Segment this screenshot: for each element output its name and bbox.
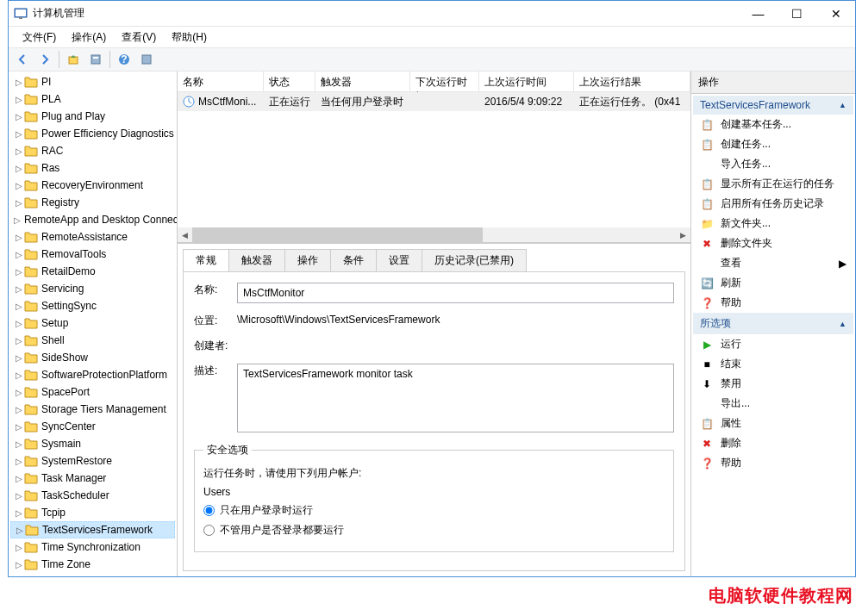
- expand-icon[interactable]: ▷: [14, 78, 24, 87]
- minimize-button[interactable]: —: [739, 1, 778, 26]
- action-item[interactable]: 📁新文件夹...: [693, 214, 853, 233]
- action-item[interactable]: 🔄刷新: [693, 273, 853, 293]
- task-row[interactable]: MsCtfMoni... 正在运行 当任何用户登录时 2016/5/4 9:09…: [178, 92, 690, 111]
- tree-item[interactable]: ▷RemovalTools: [10, 246, 175, 263]
- action-item[interactable]: ▶运行: [693, 334, 853, 354]
- action-item[interactable]: 导出...: [693, 394, 853, 414]
- expand-icon[interactable]: ▷: [14, 319, 24, 328]
- radio-logged-on[interactable]: [203, 505, 215, 516]
- tree-item[interactable]: ▷Tcpip: [10, 504, 175, 521]
- expand-icon[interactable]: ▷: [14, 112, 24, 121]
- action-item[interactable]: 📋启用所有任务历史记录: [693, 194, 853, 214]
- tree-item[interactable]: ▷Sysmain: [10, 435, 175, 452]
- tree-item[interactable]: ▷SideShow: [10, 349, 175, 366]
- action-item[interactable]: ⬇禁用: [693, 374, 853, 394]
- tree-item[interactable]: ▷SettingSync: [10, 297, 175, 314]
- tree-item[interactable]: ▷RemoteAssistance: [10, 228, 175, 246]
- expand-icon[interactable]: ▷: [14, 474, 24, 483]
- action-item[interactable]: ✖删除文件夹: [693, 233, 853, 253]
- col-triggers[interactable]: 触发器: [315, 72, 410, 91]
- tree-item[interactable]: ▷Plug and Play: [10, 108, 175, 125]
- tree-item[interactable]: ▷TaskScheduler: [10, 487, 175, 504]
- tree-item[interactable]: ▷SoftwareProtectionPlatform: [10, 366, 175, 383]
- action-item[interactable]: ■结束: [693, 354, 853, 374]
- action-section-title-2[interactable]: 所选项▲: [693, 313, 853, 334]
- expand-icon[interactable]: ▷: [14, 457, 24, 466]
- expand-icon[interactable]: ▷: [14, 370, 24, 380]
- menu-help[interactable]: 帮助(H): [165, 28, 214, 47]
- col-name[interactable]: 名称: [178, 72, 264, 91]
- expand-icon[interactable]: ▷: [14, 181, 24, 190]
- col-lastrun[interactable]: 上次运行时间: [479, 72, 574, 91]
- tree-item[interactable]: ▷SyncCenter: [10, 418, 175, 435]
- expand-icon[interactable]: ▷: [14, 198, 24, 208]
- tree-item[interactable]: ▷RAC: [10, 142, 175, 159]
- tree-item[interactable]: ▷Registry: [10, 194, 175, 211]
- menu-view[interactable]: 查看(V): [115, 28, 163, 47]
- expand-icon[interactable]: ▷: [14, 233, 24, 242]
- tab-general[interactable]: 常规: [183, 249, 229, 271]
- action-item[interactable]: ❓帮助: [693, 453, 853, 473]
- expand-icon[interactable]: ▷: [14, 508, 24, 518]
- tab-settings[interactable]: 设置: [376, 249, 422, 271]
- expand-icon[interactable]: ▷: [14, 388, 24, 397]
- tree-item[interactable]: ▷Servicing: [10, 280, 175, 297]
- tab-triggers[interactable]: 触发器: [228, 249, 285, 271]
- expand-icon[interactable]: ▷: [14, 491, 24, 501]
- forward-button[interactable]: [34, 49, 55, 70]
- action-item[interactable]: 📋显示所有正在运行的任务: [693, 174, 853, 194]
- field-description[interactable]: TextServicesFramework monitor task: [237, 364, 674, 432]
- expand-icon[interactable]: ▷: [14, 129, 24, 139]
- expand-icon[interactable]: ▷: [14, 284, 24, 294]
- help-button[interactable]: ?: [114, 49, 134, 70]
- tree-item[interactable]: ▷TextServicesFramework: [10, 521, 175, 538]
- action-item[interactable]: 📋属性: [693, 414, 853, 433]
- properties-button[interactable]: [85, 49, 106, 70]
- expand-icon[interactable]: ▷: [14, 560, 24, 569]
- action-item[interactable]: 查看▶: [693, 253, 853, 273]
- tab-actions[interactable]: 操作: [284, 249, 331, 271]
- tree-item[interactable]: ▷Power Efficiency Diagnostics: [10, 125, 175, 142]
- expand-icon[interactable]: ▷: [14, 250, 24, 259]
- action-section-title[interactable]: TextServicesFramework▲: [693, 96, 853, 115]
- action-item[interactable]: 📋创建基本任务...: [693, 115, 853, 134]
- tree-item[interactable]: ▷SystemRestore: [10, 452, 175, 470]
- action-item[interactable]: 📋创建任务...: [693, 134, 853, 154]
- up-button[interactable]: [63, 49, 84, 70]
- expand-icon[interactable]: ▷: [14, 439, 24, 449]
- tree-item[interactable]: ▷Task Manager: [10, 470, 175, 487]
- expand-icon[interactable]: ▷: [14, 302, 24, 311]
- action-item[interactable]: ✖删除: [693, 433, 853, 453]
- maximize-button[interactable]: ☐: [778, 1, 816, 26]
- tree-item[interactable]: ▷Ras: [10, 159, 175, 177]
- tab-conditions[interactable]: 条件: [330, 249, 377, 271]
- col-lastresult[interactable]: 上次运行结果: [574, 72, 690, 91]
- close-button[interactable]: ✕: [816, 1, 855, 26]
- radio-any[interactable]: [203, 525, 215, 536]
- expand-icon[interactable]: ▷: [14, 215, 21, 225]
- tree-item[interactable]: ▷RemoteApp and Desktop Connections: [10, 211, 175, 228]
- tree-item[interactable]: ▷Setup: [10, 314, 175, 332]
- horizontal-scrollbar[interactable]: ◀▶: [178, 227, 690, 242]
- tree-item[interactable]: ▷PLA: [10, 90, 175, 108]
- tree-item[interactable]: ▷Time Zone: [10, 556, 175, 573]
- tree-item[interactable]: ▷Storage Tiers Management: [10, 401, 175, 418]
- tab-history[interactable]: 历史记录(已禁用): [422, 249, 527, 271]
- tree-item[interactable]: ▷PI: [10, 73, 175, 90]
- view-button[interactable]: [136, 49, 157, 70]
- tree-item[interactable]: ▷RetailDemo: [10, 263, 175, 280]
- expand-icon[interactable]: ▷: [14, 267, 24, 277]
- field-name[interactable]: MsCtfMonitor: [237, 283, 674, 303]
- tree-item[interactable]: ▷Shell: [10, 332, 175, 349]
- expand-icon[interactable]: ▷: [14, 336, 24, 345]
- expand-icon[interactable]: ▷: [15, 526, 25, 535]
- action-item[interactable]: 导入任务...: [693, 154, 853, 174]
- back-button[interactable]: [12, 49, 33, 70]
- tree-item[interactable]: ▷Time Synchronization: [10, 538, 175, 556]
- expand-icon[interactable]: ▷: [14, 164, 24, 173]
- expand-icon[interactable]: ▷: [14, 95, 24, 104]
- menu-action[interactable]: 操作(A): [65, 28, 113, 47]
- col-nextrun[interactable]: 下次运行时间: [410, 72, 479, 91]
- tree-item[interactable]: ▷SpacePort: [10, 383, 175, 401]
- expand-icon[interactable]: ▷: [14, 353, 24, 363]
